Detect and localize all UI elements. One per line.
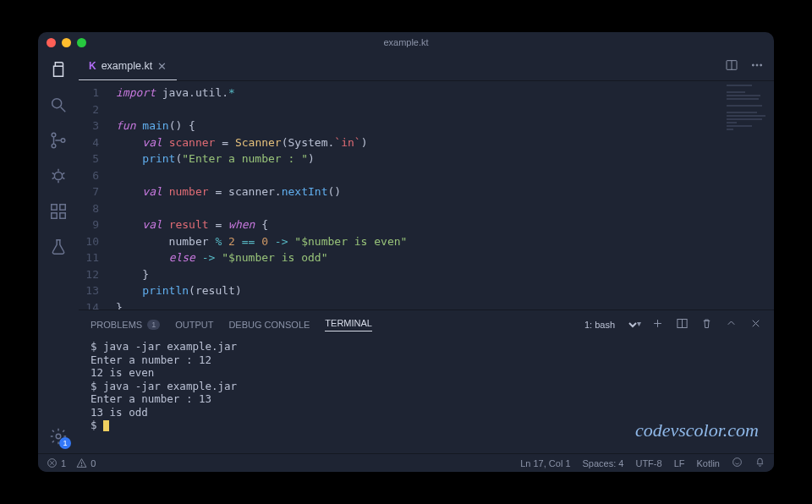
close-tab-icon[interactable]: ✕: [157, 60, 167, 73]
status-warnings[interactable]: 0: [76, 457, 96, 468]
svg-point-0: [52, 99, 62, 108]
feedback-icon[interactable]: [732, 457, 743, 469]
tab-output[interactable]: OUTPUT: [175, 320, 213, 330]
svg-line-11: [63, 178, 65, 179]
search-icon[interactable]: [48, 95, 69, 115]
split-terminal-icon[interactable]: [676, 317, 689, 331]
status-encoding[interactable]: UTF-8: [635, 458, 661, 468]
svg-rect-13: [52, 213, 57, 218]
tab-problems[interactable]: PROBLEMS 1: [91, 320, 160, 330]
new-terminal-icon[interactable]: [651, 317, 664, 331]
notifications-icon[interactable]: [754, 457, 765, 469]
bottom-panel: PROBLEMS 1 OUTPUT DEBUG CONSOLE TERMINAL…: [79, 310, 774, 453]
settings-icon[interactable]: 1: [48, 426, 69, 446]
svg-point-4: [61, 139, 65, 143]
close-window-button[interactable]: [47, 38, 56, 47]
svg-line-8: [52, 173, 55, 174]
debug-icon[interactable]: [48, 166, 69, 186]
editor-window: example.kt 1: [38, 32, 774, 472]
maximize-window-button[interactable]: [77, 38, 86, 47]
kotlin-file-icon: K: [89, 60, 96, 72]
tab-filename: example.kt: [102, 60, 152, 72]
explorer-icon[interactable]: [48, 59, 69, 79]
svg-point-2: [52, 133, 56, 137]
terminal-select[interactable]: 1: bash: [581, 319, 639, 331]
more-actions-icon[interactable]: [750, 58, 764, 75]
svg-point-3: [52, 144, 56, 148]
window-title: example.kt: [383, 37, 428, 47]
svg-point-33: [733, 458, 742, 467]
titlebar: example.kt: [38, 32, 774, 52]
svg-line-1: [61, 107, 66, 112]
svg-line-10: [52, 178, 55, 179]
tab-example-kt[interactable]: K example.kt ✕: [79, 52, 177, 80]
svg-point-19: [752, 64, 754, 66]
test-icon[interactable]: [48, 237, 69, 257]
svg-point-32: [81, 465, 82, 466]
tab-terminal[interactable]: TERMINAL: [325, 318, 372, 331]
line-numbers: 1234567891011121314: [79, 85, 116, 310]
maximize-panel-icon[interactable]: [725, 317, 738, 331]
svg-point-16: [56, 434, 61, 439]
status-spaces[interactable]: Spaces: 4: [583, 458, 624, 468]
status-language[interactable]: Kotlin: [696, 458, 720, 468]
code-editor[interactable]: 1234567891011121314 import java.util.* f…: [79, 81, 774, 310]
source-control-icon[interactable]: [48, 130, 69, 151]
svg-point-5: [54, 172, 62, 179]
tab-debug-console[interactable]: DEBUG CONSOLE: [228, 320, 310, 330]
problems-count: 1: [147, 320, 160, 330]
svg-line-9: [63, 173, 65, 174]
kill-terminal-icon[interactable]: [700, 317, 713, 331]
status-lncol[interactable]: Ln 17, Col 1: [520, 458, 570, 468]
settings-badge: 1: [59, 437, 71, 449]
status-eol[interactable]: LF: [674, 458, 685, 468]
extensions-icon[interactable]: [48, 201, 69, 222]
minimize-window-button[interactable]: [62, 38, 71, 47]
minimap[interactable]: [727, 85, 769, 161]
status-bar: 1 0 Ln 17, Col 1 Spaces: 4 UTF-8 LF Kotl…: [38, 453, 774, 472]
status-errors[interactable]: 1: [47, 457, 66, 468]
svg-rect-15: [60, 205, 65, 210]
close-panel-icon[interactable]: [749, 317, 762, 331]
terminal[interactable]: $ java -jar example.jarEnter a number : …: [79, 337, 774, 453]
svg-point-21: [760, 64, 762, 66]
svg-point-20: [756, 64, 758, 66]
editor-tabs: K example.kt ✕: [79, 52, 774, 81]
split-editor-icon[interactable]: [725, 58, 738, 75]
svg-rect-12: [52, 205, 57, 210]
svg-rect-14: [60, 213, 65, 218]
code-area[interactable]: import java.util.* fun main() { val scan…: [116, 85, 774, 310]
activity-bar: 1: [38, 52, 79, 453]
window-controls: [47, 38, 86, 47]
